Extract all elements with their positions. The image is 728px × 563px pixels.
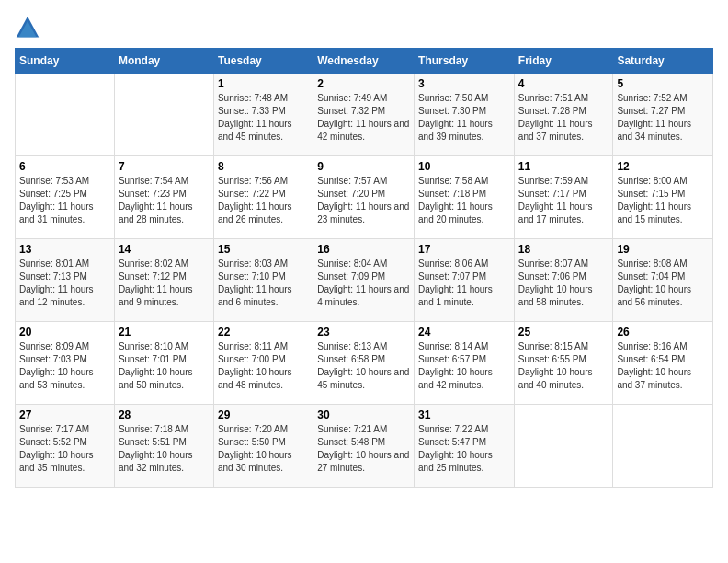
day-info: Sunrise: 7:52 AM Sunset: 7:27 PM Dayligh…	[617, 92, 709, 144]
day-info: Sunrise: 7:50 AM Sunset: 7:30 PM Dayligh…	[418, 92, 510, 144]
logo	[15, 15, 44, 40]
day-number: 5	[617, 77, 709, 90]
day-cell: 1Sunrise: 7:48 AM Sunset: 7:33 PM Daylig…	[213, 74, 313, 156]
day-number: 29	[218, 408, 309, 421]
day-cell: 9Sunrise: 7:57 AM Sunset: 7:20 PM Daylig…	[313, 156, 415, 239]
day-info: Sunrise: 8:10 AM Sunset: 7:01 PM Dayligh…	[119, 340, 210, 392]
day-info: Sunrise: 7:22 AM Sunset: 5:47 PM Dayligh…	[418, 423, 510, 475]
day-cell: 12Sunrise: 8:00 AM Sunset: 7:15 PM Dayli…	[613, 156, 713, 239]
day-number: 8	[218, 160, 309, 173]
day-number: 7	[119, 160, 210, 173]
day-info: Sunrise: 8:09 AM Sunset: 7:03 PM Dayligh…	[19, 340, 110, 392]
day-info: Sunrise: 7:20 AM Sunset: 5:50 PM Dayligh…	[218, 423, 309, 475]
day-cell: 24Sunrise: 8:14 AM Sunset: 6:57 PM Dayli…	[415, 322, 515, 405]
day-info: Sunrise: 8:04 AM Sunset: 7:09 PM Dayligh…	[317, 258, 410, 309]
header-friday: Friday	[514, 49, 613, 74]
day-info: Sunrise: 7:57 AM Sunset: 7:20 PM Dayligh…	[317, 175, 410, 226]
day-info: Sunrise: 7:58 AM Sunset: 7:18 PM Dayligh…	[418, 175, 510, 226]
day-info: Sunrise: 7:59 AM Sunset: 7:17 PM Dayligh…	[518, 175, 609, 226]
day-number: 3	[418, 77, 510, 90]
day-cell: 18Sunrise: 8:07 AM Sunset: 7:06 PM Dayli…	[514, 239, 613, 322]
day-cell: 6Sunrise: 7:53 AM Sunset: 7:25 PM Daylig…	[16, 156, 115, 239]
day-cell	[514, 405, 613, 488]
calendar-header: SundayMondayTuesdayWednesdayThursdayFrid…	[16, 49, 713, 74]
day-number: 13	[19, 243, 110, 256]
day-number: 10	[418, 160, 510, 173]
day-cell: 2Sunrise: 7:49 AM Sunset: 7:32 PM Daylig…	[313, 74, 415, 156]
day-number: 21	[119, 326, 210, 339]
week-row-4: 20Sunrise: 8:09 AM Sunset: 7:03 PM Dayli…	[16, 322, 713, 405]
week-row-5: 27Sunrise: 7:17 AM Sunset: 5:52 PM Dayli…	[16, 405, 713, 488]
header-saturday: Saturday	[613, 49, 713, 74]
day-number: 31	[418, 408, 510, 421]
day-info: Sunrise: 8:08 AM Sunset: 7:04 PM Dayligh…	[617, 258, 709, 309]
day-number: 2	[317, 77, 410, 90]
day-number: 6	[19, 160, 110, 173]
day-cell: 8Sunrise: 7:56 AM Sunset: 7:22 PM Daylig…	[213, 156, 313, 239]
day-cell	[613, 405, 713, 488]
day-number: 1	[218, 77, 309, 90]
day-info: Sunrise: 8:02 AM Sunset: 7:12 PM Dayligh…	[119, 258, 210, 309]
day-cell: 5Sunrise: 7:52 AM Sunset: 7:27 PM Daylig…	[613, 74, 713, 156]
day-cell: 15Sunrise: 8:03 AM Sunset: 7:10 PM Dayli…	[213, 239, 313, 322]
day-number: 16	[317, 243, 410, 256]
day-number: 22	[218, 326, 309, 339]
day-cell: 7Sunrise: 7:54 AM Sunset: 7:23 PM Daylig…	[114, 156, 213, 239]
header-row: SundayMondayTuesdayWednesdayThursdayFrid…	[16, 49, 713, 74]
header-wednesday: Wednesday	[313, 49, 415, 74]
day-number: 26	[617, 326, 709, 339]
day-number: 18	[518, 243, 609, 256]
day-number: 11	[518, 160, 609, 173]
day-cell: 23Sunrise: 8:13 AM Sunset: 6:58 PM Dayli…	[313, 322, 415, 405]
day-info: Sunrise: 8:13 AM Sunset: 6:58 PM Dayligh…	[317, 340, 410, 392]
day-info: Sunrise: 7:51 AM Sunset: 7:28 PM Dayligh…	[518, 92, 609, 144]
day-number: 14	[119, 243, 210, 256]
day-number: 15	[218, 243, 309, 256]
day-info: Sunrise: 8:03 AM Sunset: 7:10 PM Dayligh…	[218, 258, 309, 309]
page-header	[15, 15, 713, 40]
day-info: Sunrise: 8:16 AM Sunset: 6:54 PM Dayligh…	[617, 340, 709, 392]
day-info: Sunrise: 8:14 AM Sunset: 6:57 PM Dayligh…	[418, 340, 510, 392]
day-cell: 22Sunrise: 8:11 AM Sunset: 7:00 PM Dayli…	[213, 322, 313, 405]
day-cell: 26Sunrise: 8:16 AM Sunset: 6:54 PM Dayli…	[613, 322, 713, 405]
day-info: Sunrise: 8:07 AM Sunset: 7:06 PM Dayligh…	[518, 258, 609, 309]
week-row-1: 1Sunrise: 7:48 AM Sunset: 7:33 PM Daylig…	[16, 74, 713, 156]
day-number: 23	[317, 326, 410, 339]
day-cell: 30Sunrise: 7:21 AM Sunset: 5:48 PM Dayli…	[313, 405, 415, 488]
header-thursday: Thursday	[415, 49, 515, 74]
day-cell: 14Sunrise: 8:02 AM Sunset: 7:12 PM Dayli…	[114, 239, 213, 322]
day-number: 19	[617, 243, 709, 256]
day-cell: 16Sunrise: 8:04 AM Sunset: 7:09 PM Dayli…	[313, 239, 415, 322]
day-number: 25	[518, 326, 609, 339]
day-cell: 29Sunrise: 7:20 AM Sunset: 5:50 PM Dayli…	[213, 405, 313, 488]
day-info: Sunrise: 7:54 AM Sunset: 7:23 PM Dayligh…	[119, 175, 210, 226]
day-number: 30	[317, 408, 410, 421]
day-cell: 20Sunrise: 8:09 AM Sunset: 7:03 PM Dayli…	[16, 322, 115, 405]
header-tuesday: Tuesday	[213, 49, 313, 74]
day-info: Sunrise: 7:18 AM Sunset: 5:51 PM Dayligh…	[119, 423, 210, 475]
day-info: Sunrise: 7:17 AM Sunset: 5:52 PM Dayligh…	[19, 423, 110, 475]
day-info: Sunrise: 7:21 AM Sunset: 5:48 PM Dayligh…	[317, 423, 410, 475]
day-info: Sunrise: 7:53 AM Sunset: 7:25 PM Dayligh…	[19, 175, 110, 226]
day-number: 12	[617, 160, 709, 173]
day-cell: 11Sunrise: 7:59 AM Sunset: 7:17 PM Dayli…	[514, 156, 613, 239]
day-cell: 4Sunrise: 7:51 AM Sunset: 7:28 PM Daylig…	[514, 74, 613, 156]
day-info: Sunrise: 8:00 AM Sunset: 7:15 PM Dayligh…	[617, 175, 709, 226]
logo-icon	[15, 15, 40, 40]
day-cell: 25Sunrise: 8:15 AM Sunset: 6:55 PM Dayli…	[514, 322, 613, 405]
day-cell: 21Sunrise: 8:10 AM Sunset: 7:01 PM Dayli…	[114, 322, 213, 405]
week-row-2: 6Sunrise: 7:53 AM Sunset: 7:25 PM Daylig…	[16, 156, 713, 239]
day-cell: 17Sunrise: 8:06 AM Sunset: 7:07 PM Dayli…	[415, 239, 515, 322]
day-info: Sunrise: 7:49 AM Sunset: 7:32 PM Dayligh…	[317, 92, 410, 144]
day-cell: 10Sunrise: 7:58 AM Sunset: 7:18 PM Dayli…	[415, 156, 515, 239]
day-info: Sunrise: 7:56 AM Sunset: 7:22 PM Dayligh…	[218, 175, 309, 226]
day-info: Sunrise: 7:48 AM Sunset: 7:33 PM Dayligh…	[218, 92, 309, 144]
day-number: 27	[19, 408, 110, 421]
day-number: 9	[317, 160, 410, 173]
calendar-body: 1Sunrise: 7:48 AM Sunset: 7:33 PM Daylig…	[16, 74, 713, 488]
day-number: 20	[19, 326, 110, 339]
day-number: 17	[418, 243, 510, 256]
day-info: Sunrise: 8:15 AM Sunset: 6:55 PM Dayligh…	[518, 340, 609, 392]
day-cell: 31Sunrise: 7:22 AM Sunset: 5:47 PM Dayli…	[415, 405, 515, 488]
day-info: Sunrise: 8:01 AM Sunset: 7:13 PM Dayligh…	[19, 258, 110, 309]
